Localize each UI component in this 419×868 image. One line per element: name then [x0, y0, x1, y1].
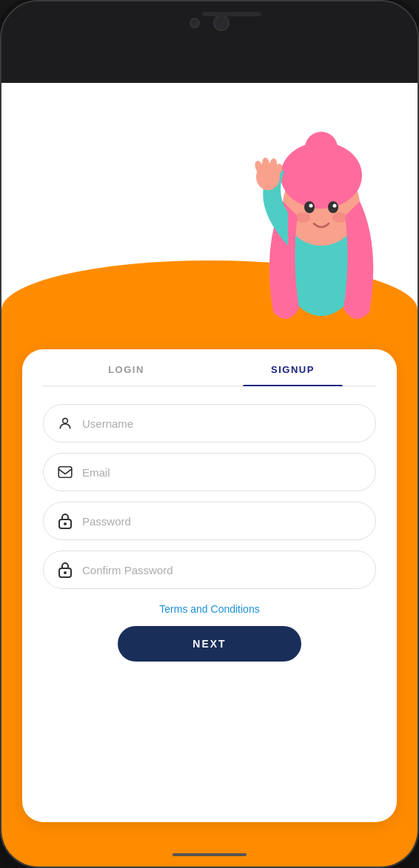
terms-link[interactable]: Terms and Conditions: [159, 603, 259, 615]
tab-signup[interactable]: SIGNUP: [210, 349, 376, 386]
svg-point-23: [63, 418, 68, 423]
speaker: [202, 12, 261, 16]
svg-point-16: [295, 212, 310, 223]
svg-point-15: [333, 204, 337, 208]
lock-icon: [57, 513, 73, 529]
svg-point-14: [309, 204, 313, 208]
next-button[interactable]: NEXT: [118, 626, 301, 662]
email-input-wrapper: [43, 453, 376, 491]
screen-content: LOGIN SIGNUP: [1, 83, 418, 867]
terms-container: Terms and Conditions: [43, 602, 376, 616]
svg-point-26: [64, 522, 67, 525]
svg-rect-24: [58, 467, 72, 477]
front-camera: [190, 18, 200, 28]
character-illustration: [247, 98, 395, 334]
camera-notch: [190, 15, 229, 31]
home-indicator: [172, 853, 247, 856]
signup-card: LOGIN SIGNUP: [22, 349, 397, 822]
phone-frame: 12:03 🛡 🔰 A 💳: [0, 0, 419, 868]
tab-bar: LOGIN SIGNUP: [43, 349, 376, 386]
phone-top-bar: [1, 1, 418, 83]
email-icon: [57, 464, 73, 480]
user-icon: [57, 415, 73, 431]
svg-point-12: [304, 201, 315, 213]
confirm-password-input-wrapper: [43, 551, 376, 589]
password-input-wrapper: [43, 502, 376, 540]
character-svg: [247, 98, 395, 334]
svg-point-17: [332, 212, 347, 223]
username-input[interactable]: [82, 417, 362, 430]
svg-point-11: [305, 132, 338, 164]
svg-point-13: [328, 201, 338, 213]
svg-point-28: [64, 571, 67, 574]
password-input[interactable]: [82, 515, 362, 528]
main-camera: [213, 15, 229, 31]
email-input[interactable]: [82, 466, 362, 479]
tab-login[interactable]: LOGIN: [43, 349, 210, 386]
confirm-password-input[interactable]: [82, 564, 362, 576]
confirm-lock-icon: [57, 562, 73, 578]
signup-form: [43, 404, 376, 589]
username-input-wrapper: [43, 404, 376, 443]
